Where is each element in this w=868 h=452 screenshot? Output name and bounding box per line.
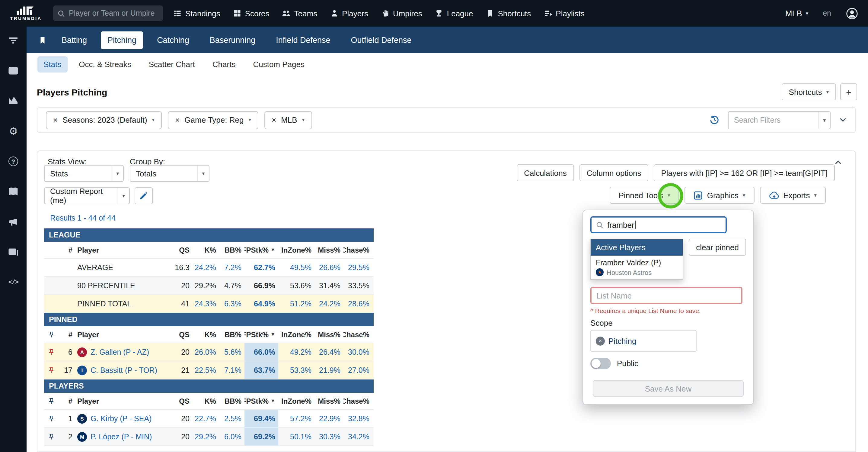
stat-cell-k[interactable]: 22.7% (192, 410, 219, 427)
nav-shortcuts[interactable]: Shortcuts (486, 9, 531, 18)
column-header-k[interactable]: K% (192, 326, 219, 343)
viewtab-stats[interactable]: Stats (37, 56, 67, 72)
column-header-player[interactable]: Player (74, 393, 166, 409)
list-name-input[interactable] (590, 287, 742, 304)
viewtab-charts[interactable]: Charts (207, 56, 242, 72)
table-row[interactable]: PINNED TOTAL4124.3%6.3%64.9%51.2%24.2%28… (44, 295, 374, 313)
column-header-qs[interactable]: QS (166, 393, 192, 409)
stat-cell-inzone[interactable]: 53.3% (278, 361, 314, 379)
gear-icon[interactable]: ⚙ (7, 125, 19, 137)
tab-batting[interactable]: Batting (55, 31, 94, 49)
pinned-tools-button[interactable]: Pinned Tools ▾ (610, 187, 679, 204)
stats-view-select[interactable]: Stats▾ (44, 165, 124, 182)
pinned-player-search[interactable]: framber (590, 216, 727, 233)
language-selector[interactable]: en (823, 9, 831, 18)
public-toggle[interactable] (590, 358, 611, 369)
column-header-inzone[interactable]: InZone% (278, 393, 314, 409)
column-header-chase[interactable]: Chase% (343, 393, 372, 409)
clear-pinned-button[interactable]: clear pinned (689, 239, 746, 256)
code-icon[interactable]: </> (7, 276, 19, 288)
pin-icon[interactable] (44, 343, 59, 361)
collapse-panel-icon[interactable] (834, 158, 842, 166)
user-avatar[interactable] (846, 7, 858, 20)
column-header-k[interactable]: K% (192, 242, 219, 258)
stat-cell-fpstk[interactable]: 63.7% (245, 361, 278, 379)
table-row[interactable]: 90 PERCENTILE2029.2%4.7%66.9%53.6%31.4%3… (44, 277, 374, 295)
stat-cell-bb[interactable]: 5.6% (219, 343, 245, 361)
save-as-new-button[interactable]: Save As New (593, 380, 744, 397)
viewtab-scatter-chart[interactable]: Scatter Chart (143, 56, 201, 72)
shortcuts-button[interactable]: Shortcuts▾ (782, 83, 836, 100)
stat-cell-fpstk[interactable]: 69.4% (245, 410, 278, 427)
player-suggestion[interactable]: Framber Valdez (P) ★ Houston Astros (591, 256, 683, 279)
custom-report-select[interactable]: Custom Report (me)▾ (44, 187, 130, 204)
remove-filter-icon[interactable]: × (175, 116, 180, 124)
glossary-book-icon[interactable] (7, 186, 19, 198)
stat-cell-bb[interactable]: 2.5% (219, 410, 245, 427)
search-filters-input[interactable]: ▾ (728, 111, 831, 129)
column-header-fpstk[interactable]: FPStk%▼ (245, 326, 278, 343)
stat-cell-chase[interactable]: 28.6% (343, 295, 372, 312)
stat-cell-inzone[interactable]: 57.2% (278, 410, 314, 427)
stat-cell-bb[interactable]: 7.1% (219, 361, 245, 379)
stat-cell-bb[interactable]: 6.0% (219, 428, 245, 445)
active-players-option[interactable]: Active Players (591, 239, 683, 256)
video-icon[interactable] (7, 65, 19, 77)
table-row[interactable]: 1SG. Kirby (P - SEA)2022.7%2.5%69.4%57.2… (44, 410, 374, 428)
stat-cell-k[interactable]: 26.0% (192, 343, 219, 361)
chevron-down-icon[interactable]: ▾ (818, 112, 830, 129)
remove-filter-icon[interactable]: × (53, 116, 58, 124)
stat-cell-fpstk[interactable]: 64.9% (245, 295, 278, 312)
filter-history-icon[interactable] (709, 115, 719, 125)
column-header-qs[interactable]: QS (166, 326, 192, 343)
stat-cell-bb[interactable]: 7.2% (219, 259, 245, 276)
tab-pitching[interactable]: Pitching (101, 31, 143, 49)
nav-umpires[interactable]: Umpires (381, 9, 422, 18)
column-header-player[interactable]: Player (74, 242, 166, 258)
stat-cell-miss[interactable]: 26.4% (314, 343, 343, 361)
calculations-button[interactable]: Calculations (517, 164, 574, 181)
stat-cell-inzone[interactable]: 49.2% (278, 343, 314, 361)
filter-chip-seasons[interactable]: ×Seasons: 2023 (Default)▾ (46, 111, 162, 129)
viewtab-custom-pages[interactable]: Custom Pages (247, 56, 311, 72)
pin-icon[interactable] (44, 361, 59, 379)
stat-cell-miss[interactable]: 26.6% (314, 259, 343, 276)
add-page-button[interactable]: + (840, 83, 857, 100)
column-header-inzone[interactable]: InZone% (278, 326, 314, 343)
exports-button[interactable]: Exports ▾ (760, 187, 826, 204)
stat-cell-miss[interactable]: 30.3% (314, 428, 343, 445)
results-summary[interactable]: Results 1 - 44 of 44 (50, 214, 116, 222)
nav-standings[interactable]: Standings (173, 9, 220, 18)
stat-cell-chase[interactable]: 27.0% (343, 361, 372, 379)
stat-cell-inzone[interactable]: 51.2% (278, 295, 314, 312)
column-header-bb[interactable]: BB% (219, 242, 245, 258)
global-search[interactable] (53, 5, 163, 21)
column-header-fpstk[interactable]: FPStk%▼ (245, 242, 278, 258)
table-row[interactable]: 2MP. López (P - MIN)2029.2%6.0%69.2%50.1… (44, 428, 374, 446)
nav-teams[interactable]: Teams (282, 9, 317, 18)
bookmark-icon[interactable] (39, 35, 46, 45)
stat-cell-bb[interactable]: 6.3% (219, 295, 245, 312)
stat-cell-chase[interactable]: 34.2% (343, 428, 372, 445)
stat-cell-inzone[interactable]: 50.1% (278, 428, 314, 445)
player-link[interactable]: P. López (P - MIN) (91, 432, 152, 441)
tab-outfield-defense[interactable]: Outfield Defense (344, 31, 418, 49)
list-type-select[interactable]: ▾ Active Players Framber Valdez (P) ★ Ho… (590, 239, 683, 256)
stat-cell-k[interactable]: 24.2% (192, 259, 219, 276)
stat-cell-fpstk[interactable]: 69.2% (245, 428, 278, 445)
stat-cell-chase[interactable]: 29.5% (343, 259, 372, 276)
tab-baserunning[interactable]: Baserunning (203, 31, 262, 49)
filter-expression-button[interactable]: Players with [IP] >= 162 OR [IP] >= team… (654, 164, 835, 181)
column-header-qs[interactable]: QS (166, 242, 192, 258)
stat-cell-k[interactable]: 24.3% (192, 295, 219, 312)
column-header-chase[interactable]: Chase% (343, 326, 372, 343)
column-header-miss[interactable]: Miss% (314, 242, 343, 258)
column-header-bb[interactable]: BB% (219, 326, 245, 343)
stat-cell-inzone[interactable]: 49.5% (278, 259, 314, 276)
viewtab-occ-streaks[interactable]: Occ. & Streaks (73, 56, 137, 72)
column-header-fpstk[interactable]: FPStk%▼ (245, 393, 278, 409)
nav-scores[interactable]: Scores (233, 9, 270, 18)
nav-league[interactable]: League (435, 9, 473, 18)
help-icon[interactable]: ? (7, 155, 19, 167)
stat-cell-miss[interactable]: 24.2% (314, 295, 343, 312)
